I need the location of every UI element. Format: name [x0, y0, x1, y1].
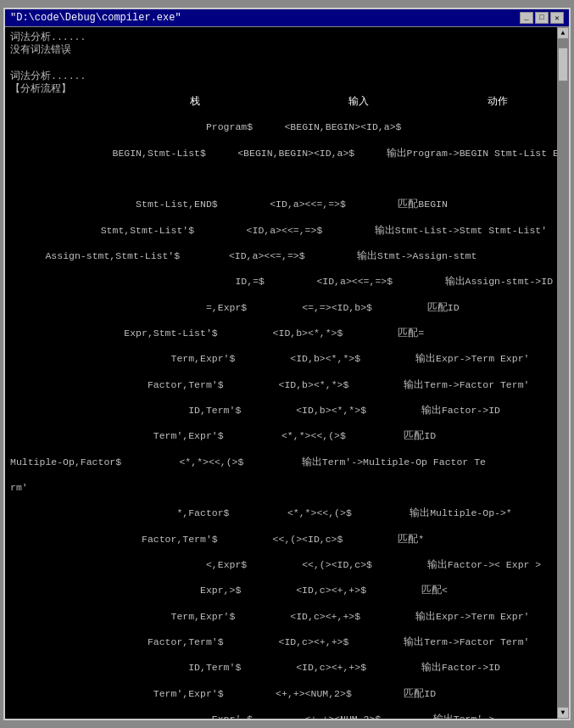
main-window: "D:\code\Debug\compiler.exe" _ □ ✕ ▲ ▼ 词…: [3, 8, 571, 720]
row-4: Stmt,Stmt-List'$ <ID,a><<=,=>$ 输出Stmt-Li…: [10, 224, 550, 237]
scroll-down-arrow[interactable]: ▼: [557, 707, 569, 719]
row-10: Factor,Term'$ <ID,b><*,*>$ 输出Term->Facto…: [10, 378, 550, 391]
row-14: *,Factor$ <*,*><<,(>$ 输出Multiple-Op->*: [10, 507, 550, 519]
row-13: Multiple-Op,Factor$ <*,*><<,(>$ 输出Term'-…: [10, 456, 550, 468]
header-line-1: 词法分析......: [10, 31, 86, 42]
row-18: Term,Expr'$ <ID,c><+,+>$ 输出Expr->Term Ex…: [10, 610, 550, 623]
window-controls: _ □ ✕: [520, 12, 564, 24]
window-title: "D:\code\Debug\compiler.exe": [10, 12, 181, 24]
scroll-up-arrow[interactable]: ▲: [557, 27, 569, 39]
row-22: Expr',$ <+,+><NUM,2>$ 输出Term'->.: [10, 713, 550, 719]
scroll-track[interactable]: [557, 39, 569, 707]
row-5: Assign-stmt,Stmt-List'$ <ID,a><<=,=>$ 输出…: [10, 249, 550, 262]
row-2: BEGIN,Stmt-List$ <BEGIN,BEGIN><ID,a>$ 输出…: [10, 147, 550, 160]
row-11: ID,Term'$ <ID,b><*,*>$ 输出Factor->ID: [10, 404, 550, 417]
header-line-3: 词法分析......: [10, 70, 86, 81]
row-12: Term',Expr'$ <*,*><<,(>$ 匹配ID: [10, 429, 550, 442]
console-text: 词法分析...... 没有词法错误 词法分析...... 【分析流程】 栈 输入…: [10, 31, 564, 719]
row-19: Factor,Term'$ <ID,c><+,+>$ 输出Term->Facto…: [10, 636, 550, 648]
row-7: =,Expr$ <=,=><ID,b>$ 匹配ID: [10, 301, 550, 314]
row-9: Term,Expr'$ <ID,b><*,*>$ 输出Expr->Term Ex…: [10, 352, 550, 365]
header-line-2: 没有词法错误: [10, 44, 71, 55]
table-header: 栈 输入 动作: [10, 95, 550, 108]
maximize-button[interactable]: □: [535, 12, 549, 24]
scrollbar[interactable]: ▲ ▼: [557, 27, 569, 719]
row-20: ID,Term'$ <ID,c><+,+>$ 输出Factor->ID: [10, 661, 550, 674]
row-13b: rm': [10, 481, 550, 494]
close-button[interactable]: ✕: [550, 12, 564, 24]
header-line-4: 【分析流程】: [10, 83, 71, 94]
row-15: Factor,Term'$ <<,(><ID,c>$ 匹配*: [10, 533, 550, 546]
row-3: Stmt-List,END$ <ID,a><<=,=>$ 匹配BEGIN: [10, 198, 550, 210]
minimize-button[interactable]: _: [520, 12, 533, 24]
titlebar: "D:\code\Debug\compiler.exe" _ □ ✕: [5, 9, 569, 27]
row-6: ID,=$ <ID,a><<=,=>$ 输出Assign-stmt->ID = …: [10, 275, 550, 288]
row-1: Program$ <BEGIN,BEGIN><ID,a>$: [10, 120, 550, 133]
console-content: ▲ ▼ 词法分析...... 没有词法错误 词法分析...... 【分析流程】 …: [5, 27, 569, 719]
scroll-thumb[interactable]: [558, 48, 568, 81]
row-8: Expr,Stmt-List'$ <ID,b><*,*>$ 匹配=: [10, 327, 550, 339]
row-blank: [10, 172, 550, 185]
row-16: <,Expr$ <<,(><ID,c>$ 输出Factor->< Expr >: [10, 558, 550, 571]
row-21: Term',Expr'$ <+,+><NUM,2>$ 匹配ID: [10, 687, 550, 700]
row-17: Expr,>$ <ID,c><+,+>$ 匹配<: [10, 584, 550, 596]
